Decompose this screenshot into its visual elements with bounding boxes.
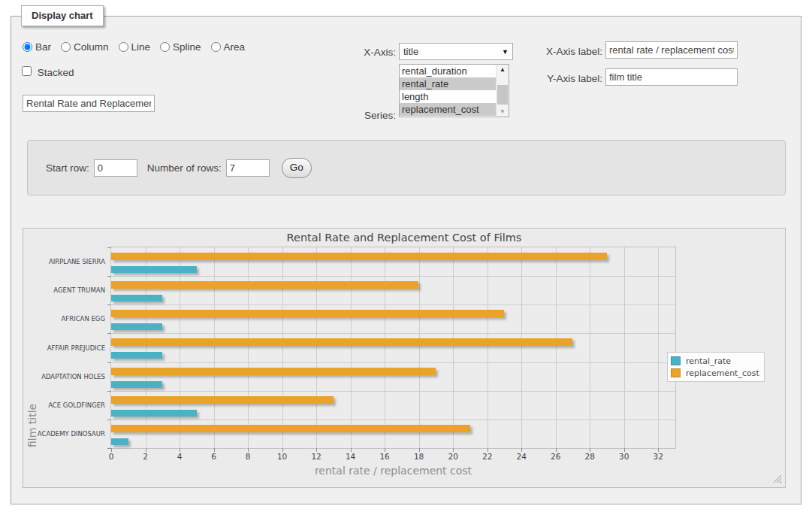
radio-column-label: Column <box>74 41 109 53</box>
chart-type-radio-group: Bar Column Line Spline Area <box>23 41 255 53</box>
radio-bar-label: Bar <box>35 41 51 53</box>
number-of-rows-input[interactable] <box>226 159 270 177</box>
category-label: AFFAIR PREJUDICE <box>47 344 105 352</box>
x-gridline <box>316 247 317 448</box>
y-axis-title: film title <box>26 247 38 447</box>
series-option[interactable]: rental_rate <box>400 77 497 90</box>
resize-handle-icon[interactable] <box>773 474 781 483</box>
series-scrollbar[interactable]: ▲ ▼ <box>496 65 509 117</box>
radio-bar[interactable]: Bar <box>23 41 51 53</box>
y-tick-mark <box>107 362 111 363</box>
y-tick-mark <box>107 276 111 277</box>
category-label: AGENT TRUMAN <box>53 286 105 294</box>
x-tick-label: 10 <box>277 452 287 461</box>
y-tick-mark <box>107 391 111 392</box>
radio-bar-input[interactable] <box>23 42 32 52</box>
bar-replacement_cost <box>111 425 470 432</box>
series-option[interactable]: length <box>400 90 497 103</box>
x-tick-label: 20 <box>448 452 457 461</box>
x-gridline <box>248 247 249 448</box>
x-gridline <box>282 247 283 448</box>
chart-title: Rental Rate and Replacement Cost of Film… <box>23 232 785 244</box>
radio-area-label: Area <box>224 41 246 53</box>
radio-line-input[interactable] <box>119 42 128 52</box>
x-tick-label: 18 <box>414 452 424 461</box>
x-gridline <box>214 247 215 448</box>
stacked-row: Stacked <box>22 66 74 78</box>
y-axis-label-input[interactable] <box>605 68 738 86</box>
radio-line[interactable]: Line <box>119 41 151 53</box>
x-tick-label: 28 <box>585 452 595 461</box>
bar-rental_rate <box>111 352 162 359</box>
x-axis-label-label: X-Axis label: <box>518 46 602 57</box>
y-gridline <box>111 333 675 334</box>
bar-replacement_cost <box>111 338 572 346</box>
x-gridline <box>419 247 420 448</box>
x-gridline <box>658 247 659 448</box>
series-option[interactable]: replacement_cost <box>400 103 497 116</box>
bar-replacement_cost <box>111 310 504 317</box>
category-label: ADAPTATION HOLES <box>41 373 105 380</box>
legend-label: replacement_cost <box>686 368 759 378</box>
stacked-checkbox[interactable]: Stacked <box>22 66 74 78</box>
series-options: rental_durationrental_ratelengthreplacem… <box>400 65 497 116</box>
chart-legend: rental_ratereplacement_cost <box>667 352 765 382</box>
x-axis-select-label: X-Axis: <box>315 47 396 58</box>
x-tick-label: 2 <box>143 452 148 461</box>
x-tick-label: 30 <box>619 452 629 461</box>
x-axis-title: rental rate / replacement cost <box>110 465 676 477</box>
go-button[interactable]: Go <box>282 158 312 178</box>
y-gridline <box>111 391 675 392</box>
scrollbar-thumb[interactable] <box>497 85 508 105</box>
x-gridline <box>180 247 180 448</box>
x-gridline <box>624 247 625 448</box>
bar-replacement_cost <box>111 368 436 375</box>
legend-swatch-replacement_cost <box>671 368 681 377</box>
x-axis-select[interactable]: title ▼ <box>399 43 513 60</box>
y-tick-mark <box>107 420 111 420</box>
radio-area-input[interactable] <box>211 42 221 52</box>
chart-title-input[interactable] <box>23 95 155 112</box>
x-tick-label: 16 <box>379 452 389 461</box>
y-gridline <box>111 304 675 305</box>
x-tick-label: 0 <box>109 452 114 461</box>
fieldset-legend: Display chart <box>21 5 104 26</box>
x-gridline <box>488 247 488 448</box>
series-select[interactable]: rental_durationrental_ratelengthreplacem… <box>399 64 509 117</box>
radio-spline-input[interactable] <box>160 42 170 52</box>
stacked-checkbox-input[interactable] <box>22 66 32 76</box>
y-tick-mark <box>107 448 111 449</box>
x-axis-label-input[interactable] <box>605 41 738 59</box>
series-select-label: Series: <box>315 110 396 121</box>
bar-replacement_cost <box>111 281 418 289</box>
bar-rental_rate <box>111 438 128 445</box>
bar-rental_rate <box>111 381 162 388</box>
category-label: AIRPLANE SIERRA <box>49 258 105 265</box>
x-tick-label: 14 <box>346 452 355 461</box>
radio-spline-label: Spline <box>173 41 201 53</box>
scrollbar-up-icon[interactable]: ▲ <box>497 65 509 74</box>
scrollbar-down-icon[interactable]: ▼ <box>497 107 509 117</box>
bar-replacement_cost <box>111 253 607 260</box>
start-row-input[interactable] <box>94 159 137 177</box>
x-tick-label: 32 <box>654 452 663 461</box>
bar-rental_rate <box>111 266 197 273</box>
y-gridline <box>111 362 675 363</box>
category-label: ACADEMY DINOSAUR <box>38 430 105 438</box>
radio-spline[interactable]: Spline <box>160 41 201 53</box>
y-gridline <box>111 420 675 420</box>
y-tick-mark <box>107 304 111 305</box>
x-tick-label: 24 <box>516 452 526 461</box>
y-gridline <box>111 276 675 277</box>
radio-area[interactable]: Area <box>211 41 246 53</box>
radio-column-input[interactable] <box>61 42 71 52</box>
radio-column[interactable]: Column <box>61 41 109 53</box>
series-option[interactable]: rental_duration <box>400 65 497 77</box>
row-controls-panel: Start row: Number of rows: Go <box>27 140 786 195</box>
x-gridline <box>521 247 522 448</box>
x-tick-label: 8 <box>246 452 251 461</box>
bar-rental_rate <box>111 323 162 330</box>
radio-line-label: Line <box>131 41 151 53</box>
stacked-label: Stacked <box>38 67 74 78</box>
category-label: ACE GOLDFINGER <box>48 401 105 409</box>
